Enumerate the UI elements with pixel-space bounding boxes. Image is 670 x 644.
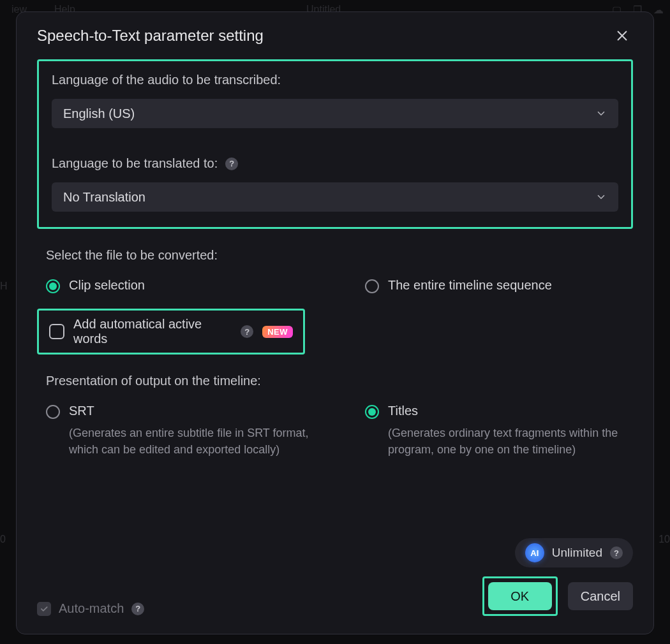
radio-icon — [46, 405, 60, 419]
cancel-button[interactable]: Cancel — [568, 582, 633, 610]
radio-clip-selection[interactable]: Clip selection — [46, 278, 314, 293]
close-button[interactable] — [611, 25, 633, 47]
ai-unlimited-pill: AI Unlimited ? — [515, 538, 633, 567]
radio-titles-label: Titles — [388, 404, 633, 418]
radio-clip-label: Clip selection — [69, 278, 145, 293]
cloud-icon: ☁ — [653, 4, 664, 16]
ok-button[interactable]: OK — [488, 582, 552, 610]
ai-badge-icon: AI — [525, 543, 544, 562]
bg-timecode-left: 0 — [0, 534, 6, 545]
audio-language-select[interactable]: English (US) — [52, 99, 618, 128]
bg-timecode-right: 10 — [659, 534, 670, 545]
stt-settings-modal: Speech-to-Text parameter setting Languag… — [16, 11, 654, 634]
modal-title: Speech-to-Text parameter setting — [37, 27, 264, 45]
chevron-down-icon — [595, 191, 607, 203]
auto-match-label: Auto-match — [59, 601, 124, 616]
bg-left-edge-text: H — [0, 281, 8, 292]
unlimited-label: Unlimited — [552, 546, 602, 560]
radio-titles[interactable]: Titles (Generates ordinary text fragment… — [365, 404, 633, 458]
file-select-label: Select the file to be converted: — [46, 248, 633, 263]
translate-language-value: No Translation — [63, 190, 145, 205]
active-words-checkbox[interactable] — [49, 324, 64, 339]
ok-button-highlight: OK — [482, 576, 558, 616]
audio-language-label: Language of the audio to be transcribed: — [52, 73, 618, 87]
help-icon[interactable]: ? — [225, 157, 238, 170]
active-words-label: Add automatical active words — [73, 317, 232, 346]
language-settings-highlight: Language of the audio to be transcribed:… — [37, 59, 633, 229]
new-badge: NEW — [262, 326, 293, 338]
close-icon — [615, 29, 629, 43]
help-icon[interactable]: ? — [610, 546, 623, 559]
ok-button-label: OK — [510, 589, 529, 604]
audio-language-value: English (US) — [63, 106, 135, 121]
translate-language-select[interactable]: No Translation — [52, 182, 618, 212]
radio-timeline-label: The entire timeline sequence — [388, 278, 552, 293]
auto-match-checkbox[interactable] — [37, 602, 51, 616]
output-label: Presentation of output on the timeline: — [46, 374, 633, 388]
radio-icon — [365, 405, 379, 419]
cancel-button-label: Cancel — [581, 589, 620, 604]
radio-entire-timeline[interactable]: The entire timeline sequence — [365, 278, 633, 293]
radio-titles-desc: (Generates ordinary text fragments withi… — [388, 425, 633, 458]
help-icon[interactable]: ? — [241, 325, 253, 338]
radio-icon — [365, 279, 379, 293]
radio-icon — [46, 279, 60, 293]
translate-language-label: Language to be translated to: — [52, 156, 218, 171]
chevron-down-icon — [595, 108, 607, 119]
radio-srt[interactable]: SRT (Generates an entire subtitle file i… — [46, 404, 314, 458]
active-words-highlight: Add automatical active words ? NEW — [37, 309, 305, 355]
radio-srt-desc: (Generates an entire subtitle file in SR… — [69, 425, 314, 458]
check-icon — [40, 604, 48, 613]
auto-match-option[interactable]: Auto-match ? — [37, 601, 144, 616]
help-icon[interactable]: ? — [131, 603, 144, 615]
radio-srt-label: SRT — [69, 404, 314, 418]
